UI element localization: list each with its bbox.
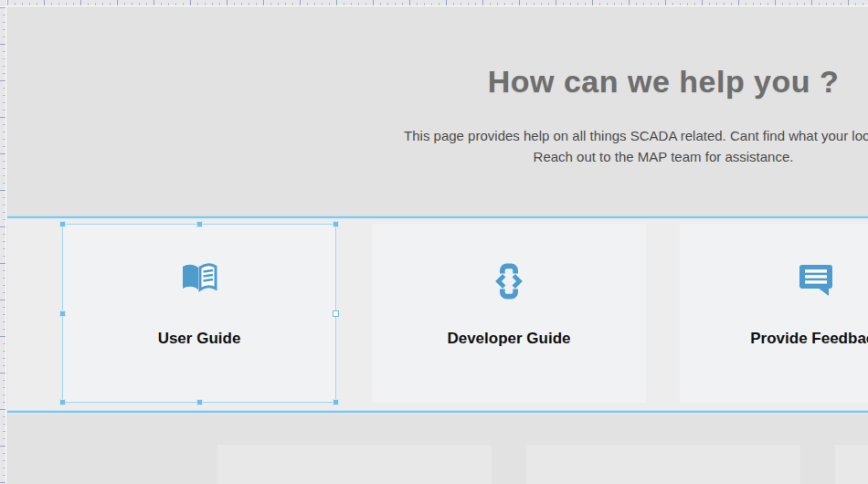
open-book-icon — [62, 262, 336, 299]
card-row2-item[interactable] — [526, 445, 800, 484]
design-canvas[interactable]: How can we help you ? This page provides… — [7, 7, 868, 484]
ruler-corner — [0, 0, 7, 7]
card-label: Developer Guide — [372, 330, 646, 348]
subtitle-line-1: This page provides help on all things SC… — [404, 128, 868, 143]
card-label: Provide Feedback — [680, 330, 868, 348]
card-user-guide[interactable]: User Guide — [62, 224, 336, 403]
chat-bubble-icon — [680, 262, 868, 300]
vertical-ruler — [0, 7, 6, 484]
hero-section: How can we help you ? This page provides… — [7, 7, 868, 216]
page-title: How can we help you ? — [7, 64, 868, 100]
card-label: User Guide — [62, 330, 336, 348]
horizontal-ruler — [7, 0, 868, 6]
card-provide-feedback[interactable]: Provide Feedback — [680, 224, 868, 403]
mobile-code-icon — [372, 262, 646, 304]
editor-stage: How can we help you ? This page provides… — [0, 0, 868, 484]
card-developer-guide[interactable]: Developer Guide — [372, 224, 646, 403]
card-row2-item[interactable] — [217, 445, 492, 484]
card-row2-item[interactable] — [835, 445, 868, 484]
page-subtitle: This page provides help on all things SC… — [7, 125, 868, 167]
subtitle-line-2: Reach out to the MAP team for assistance… — [534, 149, 794, 164]
